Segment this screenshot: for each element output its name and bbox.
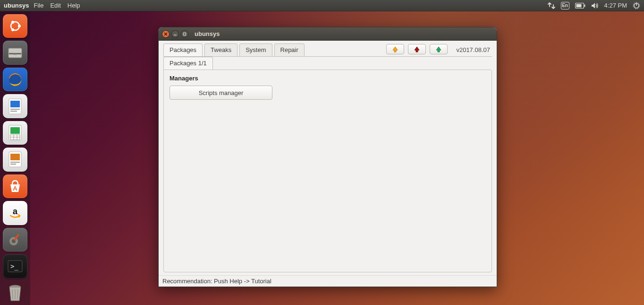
svg-rect-1 — [584, 4, 585, 7]
svg-point-8 — [11, 28, 14, 31]
amazon-icon[interactable]: a — [3, 201, 27, 225]
statusbar: Recommendation: Push Help -> Tutorial — [159, 275, 497, 287]
close-icon[interactable] — [162, 31, 169, 37]
battery-indicator-icon[interactable] — [575, 3, 585, 9]
impress-icon[interactable] — [3, 148, 27, 171]
svg-rect-16 — [10, 111, 17, 112]
files-icon[interactable] — [3, 41, 27, 64]
global-menubar: ubunsys File Edit Help En 4:27 PM — [0, 0, 644, 11]
packages-content: Managers Scripts manager — [163, 70, 492, 272]
tab-repair[interactable]: Repair — [274, 44, 305, 56]
session-indicator-icon[interactable] — [633, 2, 640, 9]
svg-text:a: a — [13, 207, 18, 216]
svg-rect-18 — [10, 127, 20, 134]
scripts-manager-button[interactable]: Scripts manager — [169, 86, 272, 100]
clock-indicator[interactable]: 4:27 PM — [604, 2, 627, 9]
section-managers-title: Managers — [169, 75, 486, 82]
svg-point-7 — [11, 21, 14, 24]
svg-rect-25 — [10, 162, 20, 163]
menu-edit[interactable]: Edit — [50, 2, 60, 9]
trash-icon[interactable] — [3, 281, 27, 305]
writer-icon[interactable] — [3, 94, 27, 118]
svg-text:>_: >_ — [10, 262, 18, 270]
arrow-up-green-button[interactable] — [430, 44, 448, 54]
window-titlebar[interactable]: ubunsys — [159, 27, 497, 41]
maximize-icon[interactable] — [181, 31, 188, 37]
statusbar-text: Recommendation: Push Help -> Tutorial — [162, 278, 271, 285]
tab-system[interactable]: System — [239, 44, 272, 56]
svg-rect-2 — [576, 4, 581, 7]
menu-file[interactable]: File — [34, 2, 43, 9]
window-title: ubunsys — [195, 30, 220, 37]
subtab-packages-1-1[interactable]: Packages 1/1 — [163, 57, 213, 70]
svg-rect-15 — [10, 109, 20, 110]
settings-icon[interactable] — [3, 228, 27, 252]
calc-icon[interactable] — [3, 121, 27, 145]
svg-point-6 — [18, 25, 21, 27]
network-indicator-icon[interactable] — [548, 2, 555, 9]
terminal-icon[interactable]: >_ — [3, 254, 27, 278]
firefox-icon[interactable] — [3, 68, 27, 91]
svg-text:A: A — [13, 185, 17, 192]
svg-rect-24 — [10, 154, 20, 160]
arrow-up-orange-button[interactable] — [386, 44, 404, 54]
dash-icon[interactable] — [3, 14, 27, 38]
menubar-app-name: ubunsys — [4, 2, 29, 9]
software-center-icon[interactable]: A — [3, 174, 27, 198]
minimize-icon[interactable] — [172, 31, 178, 37]
arrow-up-red-button[interactable] — [408, 44, 426, 54]
svg-rect-11 — [14, 54, 17, 55]
version-label: v2017.08.07 — [456, 46, 492, 56]
svg-rect-26 — [10, 164, 16, 165]
sound-indicator-icon[interactable] — [591, 2, 599, 9]
tab-packages[interactable]: Packages — [163, 44, 203, 56]
keyboard-indicator[interactable]: En — [561, 2, 569, 9]
unity-launcher: A a >_ — [0, 11, 30, 305]
menu-help[interactable]: Help — [68, 2, 80, 9]
svg-rect-14 — [10, 101, 20, 107]
tab-tweaks[interactable]: Tweaks — [204, 44, 237, 56]
main-tabs: Packages Tweaks System Repair — [163, 44, 305, 56]
svg-rect-39 — [184, 33, 186, 35]
ubunsys-window: ubunsys Packages Tweaks System Repair v2… — [158, 27, 497, 287]
